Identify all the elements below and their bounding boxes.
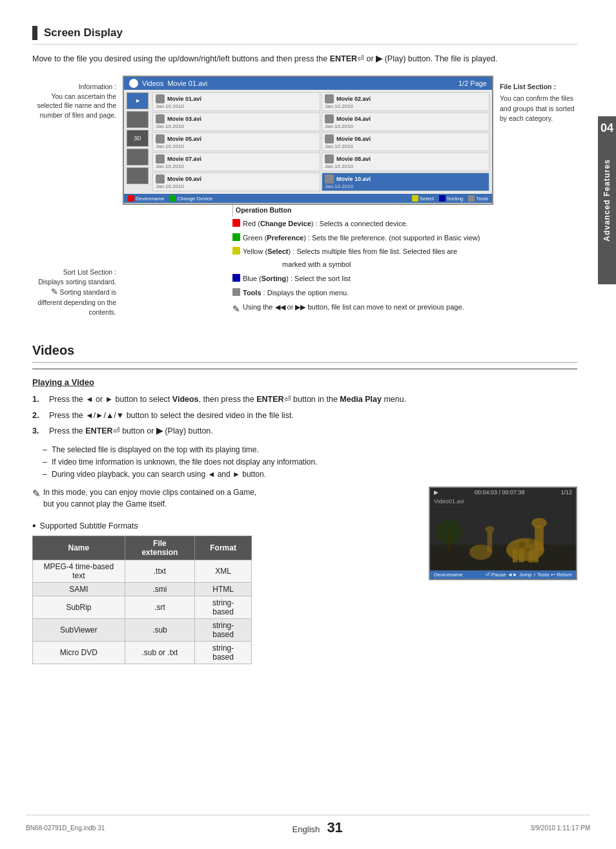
cell-fmt-3: string-based [195, 596, 252, 618]
screen-header: Videos Movie 01.avi 1/2 Page [124, 77, 492, 90]
steps-list: 1. Press the ◄ or ► button to select Vid… [32, 393, 577, 437]
step-1-text: Press the ◄ or ► button to select Videos… [49, 393, 406, 406]
operation-pointer: Operation Button [232, 205, 493, 216]
movie-icon-5 [156, 134, 165, 143]
formats-table: Name File extension Format MPEG-4 time-b… [32, 536, 252, 664]
red-btn-icon [128, 195, 134, 202]
screen-container: Videos Movie 01.avi 1/2 Page ▶ 3D [123, 76, 493, 330]
page-number: 31 [327, 819, 342, 835]
op-red-text: Red (Change Device) : Selects a connecte… [243, 218, 408, 231]
screen-page: 1/2 Page [458, 79, 487, 87]
movie-icon-4 [325, 114, 334, 123]
play-label: ▶ [376, 54, 382, 63]
left-labels: Information : You can ascertain the sele… [32, 76, 116, 330]
player-mockup: ▶ 00:04:03 / 00:07:38 1/12 Video01.avi [429, 487, 577, 580]
select-label: Select [420, 196, 434, 202]
thumb-column: ▶ 3D [127, 92, 150, 191]
side-tab: 04 Advanced Features [598, 116, 616, 284]
page-info: English 31 [293, 819, 343, 836]
op-tools-icon [232, 288, 240, 296]
op-note-text: Using the ◀◀ or ▶▶ button, file list can… [243, 301, 464, 314]
table-row: SAMI .smi HTML [33, 582, 252, 596]
screen-display-title: Screen Display [44, 26, 123, 39]
player-footer: Devicename ⏎ Pause ◄► Jump ♪ Tools ↩ Ret… [430, 571, 576, 579]
note-pencil-icon: ✎ [32, 487, 41, 501]
step-2-text: Press the ◄/►/▲/▼ button to select the d… [49, 410, 294, 422]
screen-footer: Devicename Change Device Select Sorting [124, 194, 492, 203]
giraffe-image [430, 506, 576, 571]
screen-header-left: Videos Movie 01.avi [129, 79, 207, 88]
operation-section: Operation Button Red (Change Device) : S… [232, 205, 493, 317]
grid-item-9: Movie 09.avi Jan.10.2010 [152, 173, 320, 191]
cell-ext-1: .ttxt [125, 560, 195, 582]
player-video [430, 506, 576, 571]
player-icon: ▶ [434, 489, 438, 496]
spacer [218, 195, 407, 202]
cell-fmt-5: string-based [195, 641, 252, 664]
op-note: ✎ Using the ◀◀ or ▶▶ button, file list c… [232, 301, 493, 317]
grid-item-1: Movie 01.avi Jan.10.2010 [152, 92, 320, 111]
grid-item-4: Movie 04.avi Jan.10.2010 [322, 112, 489, 131]
print-date: 3/9/2010 1:11:17 PM [530, 824, 590, 832]
op-green-icon [232, 233, 240, 241]
screen-display-heading: Screen Display [32, 26, 577, 45]
cell-name-1: MPEG-4 time-based text [33, 560, 125, 582]
thumb-3d: 3D [127, 130, 149, 147]
footer-btn-yellow: Select [412, 195, 434, 202]
svg-point-10 [529, 539, 534, 544]
step-3-num: 3. [32, 425, 44, 437]
player-page: 1/12 [560, 489, 572, 496]
chapter-number: 04 [601, 121, 613, 135]
svg-rect-1 [430, 544, 576, 569]
chapter-label: Advanced Features [602, 159, 611, 242]
op-yellow: Yellow (Select) : Selects multiple files… [232, 246, 493, 271]
screen-mockup: Videos Movie 01.avi 1/2 Page ▶ 3D [123, 76, 493, 205]
op-blue-text: Blue (Sorting) : Select the sort list [243, 273, 351, 286]
footer-btn-green: Change Device [169, 195, 212, 202]
thumb-4 [127, 149, 149, 165]
grid-item-2: Movie 02.avi Jan.10.2010 [322, 92, 489, 111]
intro-text: Move to the file you desired using the u… [32, 54, 327, 63]
file-list-desc: You can confirm the files and groups tha… [500, 94, 577, 124]
note-icon: ✎ [232, 301, 240, 317]
cell-ext-4: .sub [125, 618, 195, 641]
table-row: SubRip .srt string-based [33, 596, 252, 618]
movie-icon-3 [156, 114, 165, 123]
cell-fmt-1: XML [195, 560, 252, 582]
col-name: Name [33, 536, 125, 560]
tools-label: Tools [476, 196, 488, 202]
player-time: 00:04:03 / 00:07:38 [475, 489, 525, 496]
videos-heading: Videos [32, 343, 577, 363]
grid-item-6: Movie 06.avi Jan.10.2010 [322, 132, 489, 151]
sort-note-icon: ✎ [51, 287, 58, 297]
enter-label: ENTER [330, 54, 357, 63]
thumb-1: ▶ [127, 92, 149, 109]
screen-content: ▶ 3D Movie 01.avi Jan.10.2 [124, 90, 492, 194]
op-tools: Tools : Displays the option menu. [232, 287, 493, 300]
playing-video-heading: Playing a Video [32, 377, 577, 387]
screen-filename: Movie 01.avi [167, 79, 207, 87]
step-3: 3. Press the ENTER⏎ button or ▶ (Play) b… [32, 425, 577, 437]
cell-name-2: SAMI [33, 582, 125, 596]
table-row: MPEG-4 time-based text .ttxt XML [33, 560, 252, 582]
step-1: 1. Press the ◄ or ► button to select Vid… [32, 393, 577, 406]
svg-rect-3 [519, 549, 524, 562]
bullet-1: The selected file is displayed on the to… [43, 444, 577, 456]
right-labels: File List Section : You can confirm the … [500, 76, 577, 330]
sorting-label: Sorting [447, 196, 463, 202]
note-box: ✎ In this mode, you can enjoy movie clip… [32, 487, 418, 510]
svg-point-11 [526, 547, 530, 551]
cell-name-3: SubRip [33, 596, 125, 618]
grid-item-10: Movie 10.avi Jan.10.2010 [322, 173, 489, 191]
cell-ext-3: .srt [125, 596, 195, 618]
movie-icon-1 [156, 94, 165, 103]
svg-rect-4 [528, 549, 533, 562]
grid-item-7: Movie 07.avi Jan.10.2010 [152, 152, 320, 171]
op-blue-icon [232, 274, 240, 282]
movie-icon-2 [325, 94, 334, 103]
svg-rect-13 [487, 532, 492, 552]
screen-icon [129, 79, 138, 88]
subtitle-bullet-text: Supported Subtitle Formats [40, 521, 138, 530]
cell-name-5: Micro DVD [33, 641, 125, 664]
thumb-5 [127, 167, 149, 184]
